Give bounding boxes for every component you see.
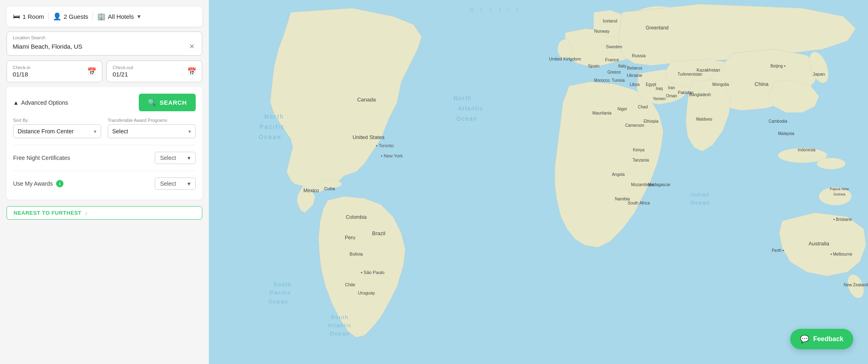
svg-text:Kazakhstan: Kazakhstan — [696, 67, 720, 72]
checkin-value: 01/18 — [13, 71, 30, 78]
location-field: Location Search Miami Beach, Florida, US… — [7, 31, 202, 56]
search-icon: 🔍 — [148, 99, 156, 106]
svg-text:South: South — [331, 314, 349, 320]
feedback-button[interactable]: 💬 Feedback — [790, 329, 853, 349]
info-icon[interactable]: i — [56, 180, 63, 187]
svg-text:Italy: Italy — [618, 63, 627, 68]
svg-text:Libya: Libya — [630, 82, 640, 87]
checkout-content: Check-out 01/21 — [113, 65, 133, 78]
svg-text:Morocco: Morocco — [594, 78, 610, 83]
hotel-type-selector[interactable]: 🏢 All Hotels ▼ — [97, 12, 142, 21]
svg-text:Ocean: Ocean — [259, 134, 282, 140]
chat-icon: 💬 — [800, 335, 809, 344]
search-button[interactable]: 🔍 SEARCH — [139, 94, 196, 111]
svg-text:Bolivia: Bolivia — [350, 252, 363, 256]
svg-text:China: China — [755, 81, 769, 87]
transferable-chevron-icon: ▾ — [188, 128, 191, 135]
svg-text:North: North — [264, 113, 284, 120]
awards-label: Use My Awards — [13, 180, 53, 187]
svg-text:Kenya: Kenya — [633, 148, 645, 152]
svg-text:Ocean: Ocean — [690, 200, 710, 206]
sort-chevron-icon: ▾ — [94, 128, 97, 135]
free-night-label: Free Night Certificates — [13, 155, 70, 161]
svg-text:Iran: Iran — [668, 85, 675, 90]
svg-text:Ethiopia: Ethiopia — [644, 119, 659, 124]
checkout-value: 01/21 — [113, 71, 133, 78]
transferable-select[interactable]: Select ▾ — [108, 124, 196, 138]
feedback-label: Feedback — [813, 335, 843, 343]
svg-text:Egypt: Egypt — [646, 82, 656, 87]
svg-text:Atlantic: Atlantic — [328, 322, 352, 328]
svg-text:Malaysia: Malaysia — [778, 131, 794, 136]
transferable-label: Transferable Award Programs — [108, 118, 196, 123]
divider-2 — [13, 171, 196, 171]
svg-text:Pacific: Pacific — [260, 124, 285, 130]
svg-text:Chad: Chad — [638, 105, 648, 109]
transferable-value: Select — [112, 128, 128, 135]
awards-value: Select — [160, 180, 176, 187]
svg-text:Sweden: Sweden — [606, 44, 622, 49]
top-bar: 🛏 1 Room 👤 2 Guests 🏢 All Hotels ▼ — [7, 7, 202, 27]
checkout-field[interactable]: Check-out 01/21 📅 — [106, 61, 202, 82]
svg-text:Greenland: Greenland — [646, 25, 669, 31]
awards-chevron-icon: ▾ — [188, 180, 190, 187]
room-selector[interactable]: 🛏 1 Room — [13, 13, 49, 21]
svg-text:• Toronto: • Toronto — [376, 143, 393, 148]
advanced-toggle-label: Advanced Options — [21, 99, 68, 106]
sort-badge[interactable]: NEAREST TO FURTHEST ↓ — [7, 206, 202, 220]
svg-text:Yemen: Yemen — [653, 97, 666, 101]
svg-text:South Africa: South Africa — [628, 201, 650, 205]
svg-text:France: France — [605, 57, 619, 62]
svg-text:Ukraine: Ukraine — [627, 73, 642, 78]
svg-text:Mexico: Mexico — [303, 188, 319, 193]
svg-text:Atlantic: Atlantic — [458, 105, 484, 112]
svg-text:Cambodia: Cambodia — [769, 119, 787, 124]
svg-text:Papua New: Papua New — [830, 187, 849, 191]
guests-selector[interactable]: 👤 2 Guests — [53, 12, 93, 21]
location-value: Miami Beach, Florida, US — [13, 43, 188, 50]
search-label: SEARCH — [160, 99, 187, 106]
svg-text:Tanzania: Tanzania — [633, 158, 649, 162]
svg-text:Ocean: Ocean — [269, 299, 288, 305]
advanced-section: ▲ Advanced Options 🔍 SEARCH Sort By Dist… — [7, 87, 202, 200]
checkin-label: Check-in — [13, 65, 30, 70]
advanced-options-toggle[interactable]: ▲ Advanced Options — [13, 99, 68, 106]
svg-text:Maldives: Maldives — [696, 117, 712, 121]
svg-text:Angola: Angola — [612, 172, 625, 177]
map-area: Canada United States • New York • Toront… — [209, 0, 868, 364]
room-label: 1 Room — [23, 13, 44, 20]
location-label: Location Search — [13, 35, 45, 40]
free-night-select[interactable]: Select ▾ — [155, 152, 196, 164]
svg-text:Russia: Russia — [632, 53, 646, 58]
sort-select[interactable]: Distance From Center ▾ — [13, 124, 101, 138]
svg-text:Canada: Canada — [357, 97, 376, 103]
svg-text:United Kingdom: United Kingdom — [549, 56, 581, 61]
svg-text:Iceland: Iceland — [603, 18, 617, 23]
svg-text:Greece: Greece — [608, 70, 621, 74]
svg-text:Indian: Indian — [690, 191, 710, 198]
sort-badge-icon: ↓ — [85, 210, 88, 216]
advanced-header: ▲ Advanced Options 🔍 SEARCH — [13, 94, 196, 111]
svg-text:New Zealand: New Zealand — [844, 283, 868, 287]
free-night-value: Select — [160, 155, 176, 161]
svg-text:• São Paulo: • São Paulo — [361, 270, 384, 275]
svg-text:Chile: Chile — [345, 282, 355, 287]
checkout-label: Check-out — [113, 65, 133, 70]
hotel-label: All Hotels — [108, 13, 134, 20]
svg-text:Oman: Oman — [666, 94, 677, 98]
svg-text:• New York: • New York — [381, 153, 403, 158]
hotel-icon: 🏢 — [97, 12, 106, 21]
svg-text:Brazil: Brazil — [372, 230, 386, 236]
checkin-field[interactable]: Check-in 01/18 📅 — [7, 61, 102, 82]
svg-text:Beijing •: Beijing • — [771, 64, 786, 68]
svg-text:Turkmenistan: Turkmenistan — [678, 72, 702, 76]
checkout-calendar-icon: 📅 — [187, 67, 196, 76]
guests-label: 2 Guests — [64, 13, 88, 20]
bed-icon: 🛏 — [13, 13, 20, 21]
svg-point-4 — [558, 39, 572, 59]
sort-value: Distance From Center — [18, 128, 74, 135]
clear-location-button[interactable]: ✕ — [188, 42, 196, 51]
checkin-calendar-icon: 📅 — [87, 67, 96, 76]
svg-text:Japan: Japan — [813, 72, 825, 76]
awards-select[interactable]: Select ▾ — [155, 178, 196, 190]
